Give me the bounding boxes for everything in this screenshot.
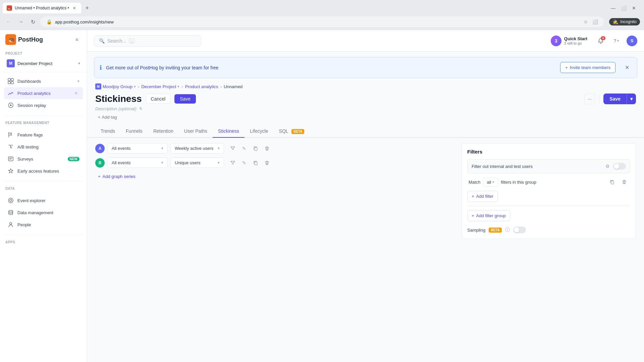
series-b-metric-chevron-icon: ▾ <box>218 161 220 165</box>
sidebar-item-event-explorer-label: Event explorer <box>17 198 79 203</box>
quickstart-button[interactable]: 3 Quick Start 3 still to go <box>547 34 591 48</box>
breadcrumb-sep-2: › <box>181 84 183 89</box>
tab-favicon: 🦔 <box>7 5 12 11</box>
add-tag-plus-icon: + <box>98 115 101 120</box>
sampling-toggle[interactable] <box>513 227 526 233</box>
sidebar-menu-button[interactable]: ≡ <box>72 35 82 44</box>
add-tag-label: Add tag <box>102 115 117 120</box>
filter-internal-users-row: Filter out internal and test users ⚙ <box>467 159 630 173</box>
new-tab-button[interactable]: + <box>83 3 92 13</box>
sidebar-item-surveys[interactable]: Surveys NEW <box>4 153 83 165</box>
active-tab[interactable]: 🦔 Unnamed • Product analytics • ✕ <box>3 3 81 13</box>
breadcrumb-org[interactable]: M Moodjoy Group ▾ <box>95 83 136 89</box>
sidebar-item-product-analytics[interactable]: Product analytics + <box>4 87 83 99</box>
save-large-button[interactable]: Save ▾ <box>603 94 636 104</box>
data-section-label: DATA <box>5 187 82 190</box>
sampling-beta-badge: BETA <box>489 228 501 233</box>
more-options-button[interactable]: ··· <box>584 94 595 104</box>
user-avatar-button[interactable]: S <box>627 36 637 46</box>
sidebar-item-event-explorer[interactable]: Event explorer <box>4 194 83 206</box>
series-a-metric-dropdown[interactable]: Weekly active users ▾ <box>170 143 224 154</box>
breadcrumb-project[interactable]: December Project ▾ <box>141 84 179 89</box>
project-selector[interactable]: M December Project ▾ <box>4 57 83 69</box>
series-b-metric-dropdown[interactable]: Unique users ▾ <box>170 158 224 168</box>
tab-user-paths[interactable]: User Paths <box>179 125 213 138</box>
sidebar-item-data-management[interactable]: Data management <box>4 206 83 219</box>
match-select-dropdown[interactable]: all ▾ <box>483 178 498 187</box>
svg-rect-8 <box>8 157 13 161</box>
filter-gear-icon[interactable]: ⚙ <box>605 164 610 169</box>
tab-funnels[interactable]: Funnels <box>120 125 148 138</box>
tab-close-button[interactable]: ✕ <box>72 5 77 11</box>
match-description: filters in this group <box>501 180 605 185</box>
save-small-button[interactable]: Save <box>174 94 196 104</box>
filter-internal-toggle[interactable] <box>613 163 626 170</box>
sampling-info-icon[interactable]: ⓘ <box>505 227 510 233</box>
series-a-copy-button[interactable] <box>251 144 260 153</box>
match-label: Match <box>469 180 480 185</box>
filter-group-divider <box>467 206 630 206</box>
series-b-filter-button[interactable] <box>228 158 237 168</box>
sidebar-item-ab-testing[interactable]: A/B testing <box>4 141 83 153</box>
series-a-edit-button[interactable]: ✎ <box>239 144 249 153</box>
series-a-event-dropdown[interactable]: All events ▾ <box>107 143 168 154</box>
insight-description[interactable]: Description (optional) ✎ <box>95 106 636 111</box>
breadcrumb-section[interactable]: Product analytics <box>185 84 218 89</box>
add-filter-button[interactable]: + Add filter <box>467 191 498 202</box>
search-bar[interactable]: 🔍 Search... _ <box>94 35 201 47</box>
quickstart-text: Quick Start 3 still to go <box>564 36 587 45</box>
invite-team-members-button[interactable]: + Invite team members <box>560 62 615 73</box>
tab-bar: 🦔 Unnamed • Product analytics • ✕ + — ⬜ … <box>0 0 644 13</box>
url-bar[interactable]: 🔒 app.posthog.com/insights/new ☆ ⬜ <box>40 16 604 27</box>
forward-button[interactable]: → <box>16 17 25 26</box>
extension-icon[interactable]: ⬜ <box>592 18 598 25</box>
add-tag-button[interactable]: + Add tag <box>95 113 119 121</box>
close-window-button[interactable]: ✕ <box>631 4 637 12</box>
sidebar-item-session-replay[interactable]: Session replay <box>4 99 83 111</box>
sidebar-item-feature-flags[interactable]: Feature flags <box>4 129 83 141</box>
sidebar-item-people[interactable]: People <box>4 219 83 231</box>
series-a-delete-button[interactable] <box>262 144 272 153</box>
minimize-button[interactable]: — <box>609 4 617 12</box>
add-analytics-icon[interactable]: + <box>73 90 79 97</box>
tab-retention[interactable]: Retention <box>148 125 179 138</box>
refresh-button[interactable]: ↻ <box>28 17 38 26</box>
add-graph-series-button[interactable]: + Add graph series <box>95 172 138 181</box>
posthog-logo[interactable]: 🦔 PostHog <box>5 34 43 45</box>
notifications-button[interactable]: 0 <box>595 36 606 46</box>
cancel-button[interactable]: Cancel <box>146 94 171 104</box>
series-b-copy-button[interactable] <box>251 158 260 168</box>
svg-rect-14 <box>255 162 257 165</box>
filter-toggle-knob <box>614 164 619 169</box>
tab-trends[interactable]: Trends <box>95 125 120 138</box>
sidebar-divider-3 <box>4 235 83 235</box>
project-avatar: M <box>7 59 15 67</box>
series-b-edit-button[interactable]: ✎ <box>239 158 249 168</box>
series-a-event-chevron-icon: ▾ <box>161 146 163 150</box>
series-b-event-dropdown[interactable]: All events ▾ <box>107 158 168 168</box>
sampling-toggle-knob <box>514 227 519 233</box>
series-row-a: A All events ▾ Weekly active users ▾ <box>95 143 456 154</box>
tab-lifecycle[interactable]: Lifecycle <box>245 125 273 138</box>
sidebar-item-early-access[interactable]: Early access features <box>4 165 83 177</box>
help-button[interactable]: ? ▾ <box>610 36 623 46</box>
apps-section: APPS <box>0 236 87 245</box>
tab-sql[interactable]: SQL BETA <box>274 125 310 138</box>
bookmark-icon[interactable]: ☆ <box>582 18 589 25</box>
sampling-row: Sampling BETA ⓘ <box>467 227 630 233</box>
save-dropdown-arrow-icon[interactable]: ▾ <box>627 94 636 104</box>
tab-stickiness[interactable]: Stickiness <box>213 125 245 138</box>
sidebar-item-dashboards[interactable]: Dashboards ▾ <box>4 75 83 87</box>
back-button[interactable]: ← <box>4 17 13 26</box>
match-copy-button[interactable] <box>607 177 617 187</box>
add-filter-group-button[interactable]: + Add filter group <box>467 210 510 221</box>
series-a-filter-button[interactable] <box>228 144 237 153</box>
add-series-label: Add graph series <box>103 174 136 179</box>
match-delete-button[interactable] <box>620 177 629 187</box>
maximize-button[interactable]: ⬜ <box>620 4 628 12</box>
search-input[interactable]: Search... <box>107 38 126 44</box>
banner-close-button[interactable]: ✕ <box>622 63 632 72</box>
series-letter-a: A <box>95 144 105 153</box>
series-b-delete-button[interactable] <box>262 158 272 168</box>
project-section: PROJECT M December Project ▾ <box>0 49 87 72</box>
